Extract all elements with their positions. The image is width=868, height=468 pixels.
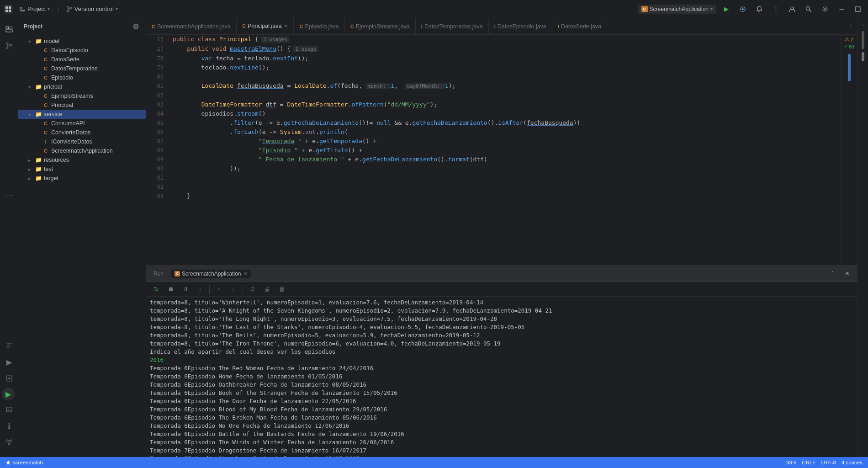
user-button[interactable] (786, 3, 799, 16)
sidebar-icon-play[interactable]: ▶ (2, 355, 16, 369)
filter-btn[interactable]: ⊟ (246, 283, 259, 296)
tree-item-datosserie[interactable]: C DatosSerie (18, 55, 146, 64)
notifications-button[interactable] (753, 3, 766, 16)
tree-item-principal[interactable]: C Principal (18, 101, 146, 110)
output-line: Temporada 6Episodio Book of the Stranger… (150, 389, 853, 397)
rerun-btn[interactable]: ↻ (150, 283, 163, 296)
tabs-more-btn[interactable]: ⋮ (844, 18, 857, 35)
status-position[interactable]: 93:6 (786, 460, 796, 465)
tab-datosserie[interactable]: I DatosSerie.java (552, 18, 607, 35)
minimize-button[interactable]: ─ (835, 3, 848, 16)
settings-button[interactable] (819, 3, 831, 16)
restore-button[interactable] (852, 3, 864, 16)
status-crlf-label: CRLF (802, 460, 815, 465)
tree-item-datostemporadas[interactable]: C DatosTemporadas (18, 64, 146, 73)
status-line-endings[interactable]: CRLF (802, 460, 815, 465)
tab-episodio[interactable]: C Episodio.java (294, 18, 344, 35)
svg-rect-2 (5, 10, 8, 12)
right-sidebar-icon-1[interactable]: ≡ (858, 20, 868, 29)
sidebar-icon-text[interactable] (2, 338, 16, 353)
output-line: Temporada 6Episodio Battle of the Bastar… (150, 430, 853, 438)
trash-btn[interactable]: 🗑 (275, 283, 288, 296)
code-line-87: 87 "Temporada " + e.getTemporada() + (146, 137, 841, 146)
status-project[interactable]: screenmatch (5, 460, 43, 465)
output-line: temporada=8, titulo='The Bells', numeroE… (150, 331, 853, 340)
tab-ejemplostreams[interactable]: C EjemploStreams.java (345, 18, 416, 35)
java-class-icon: C (42, 120, 49, 127)
folder-icon: 📁 (35, 175, 42, 182)
tree-item-resources[interactable]: ▸ 📁 resources (18, 155, 146, 165)
run-output: temporada=8, titulo='Winterfell', numero… (146, 297, 857, 457)
up-btn[interactable]: ↑ (212, 283, 225, 296)
run-tab-screenmatch[interactable]: C ScreenmatchApplication ✕ (171, 270, 251, 278)
java-class-icon: C (42, 65, 49, 72)
tab-java-icon: C (242, 23, 246, 29)
tree-item-episodio[interactable]: C Episodio (18, 73, 146, 82)
debug-button[interactable] (736, 3, 749, 16)
project-settings-icon[interactable]: ⚙ (131, 22, 140, 31)
tree-label: target (44, 175, 58, 181)
tab-interface-icon: I (494, 24, 496, 29)
version-control-btn[interactable]: Version control ▾ (64, 4, 121, 14)
status-indent[interactable]: 4 spaces (842, 460, 863, 465)
tree-item-model[interactable]: ▾ 📁 model (18, 37, 146, 46)
project-header-icons: ⚙ (131, 22, 140, 31)
run-tab-run[interactable]: Run (150, 270, 167, 278)
pause-btn[interactable]: ⏸ (179, 283, 192, 296)
tab-datostemporadas[interactable]: I DatosTemporadas.java (416, 18, 489, 35)
sidebar-icon-project[interactable] (2, 22, 16, 37)
tab-screenmatch[interactable]: C ScreenmatchApplication.java (146, 18, 237, 35)
tree-item-target[interactable]: ▸ 📁 target (18, 174, 146, 183)
run-panel-toolbar: ↻ ⏹ ⏸ ↓ ↑ ↓ ⊟ 🖨 🗑 (146, 282, 857, 297)
tree-item-screenmatchapp[interactable]: C ScreenmatchApplication (18, 146, 146, 155)
tab-principal[interactable]: C Principal.java ✕ (237, 18, 294, 35)
sidebar-icon-run2[interactable]: ▶ (2, 388, 15, 400)
sidebar-icon-more[interactable]: ⋯ (2, 187, 16, 202)
code-editor[interactable]: 15 public class Principal {3 usages 27 p… (146, 35, 841, 265)
tree-item-iconviertedatos[interactable]: I IConvierteDatos (18, 137, 146, 146)
tree-item-pricipal[interactable]: ▾ 📁 pricipal (18, 82, 146, 91)
tree-item-test[interactable]: ▸ 📁 test (18, 165, 146, 174)
tree-item-consumoapi[interactable]: C ConsumoAPI (18, 119, 146, 128)
run-button[interactable]: ▶ (720, 3, 733, 16)
sidebar-icon-info[interactable]: ℹ (2, 419, 16, 433)
tree-item-datosobjepisodio[interactable]: C DatosEpisodio (18, 46, 146, 55)
tab-label: DatosTemporadas.java (424, 23, 483, 30)
code-line-85: 85 .filter(e -> e.getFechaDeLanzamiento(… (146, 118, 841, 128)
tree-arrow: ▾ (26, 37, 33, 45)
tree-item-service[interactable]: ▾ 📁 service (18, 110, 146, 119)
sidebar-icon-git[interactable] (2, 435, 16, 450)
tree-item-conviertedatos[interactable]: C ConvierteDatos (18, 128, 146, 137)
status-indent-label: 4 spaces (842, 460, 863, 465)
run-panel-more-btn[interactable]: ⋮ (826, 267, 839, 280)
stop-btn[interactable]: ⏹ (164, 283, 177, 296)
status-encoding[interactable]: UTF-8 (821, 460, 836, 465)
tab-label: Principal.java (248, 23, 281, 29)
tree-label: service (44, 111, 62, 117)
search-button[interactable] (802, 3, 815, 16)
print-btn[interactable]: 🖨 (260, 283, 273, 296)
run-tab-close-btn[interactable]: ✕ (243, 271, 247, 276)
code-line-78: 78 var fecha = teclado.nextInt(); (146, 54, 841, 63)
run-panel-close-btn[interactable]: ✕ (841, 267, 853, 280)
svg-rect-18 (6, 27, 9, 29)
svg-line-15 (810, 10, 811, 12)
tab-close-btn[interactable]: ✕ (284, 23, 288, 28)
scroll-end-btn[interactable]: ↓ (194, 283, 206, 296)
file-tree: ▾ 📁 model C DatosEpisodio C DatosSerie C… (18, 35, 146, 457)
scrollbar-thumb[interactable] (848, 54, 851, 81)
down-btn[interactable]: ↓ (227, 283, 240, 296)
run-panel-actions: ⋮ ✕ (826, 267, 853, 280)
folder-icon: 📁 (35, 165, 42, 173)
svg-point-14 (806, 6, 810, 10)
sidebar-icon-terminal[interactable] (2, 402, 16, 417)
sidebar-icon-vcs[interactable] (2, 38, 16, 53)
tree-item-ejemplostreams[interactable]: C EjemploStreams (18, 91, 146, 101)
app-icon (4, 5, 13, 14)
tab-datosobjepisodio[interactable]: I DatosEpisodio.java (489, 18, 552, 35)
run-config-selector[interactable]: C ScreenmatchApplication ▾ (638, 5, 716, 14)
tree-label: pricipal (44, 84, 62, 90)
project-switcher[interactable]: Project ▾ (16, 4, 53, 14)
sidebar-icon-build[interactable] (2, 371, 16, 386)
more-options-button[interactable]: ⋮ (769, 3, 782, 16)
